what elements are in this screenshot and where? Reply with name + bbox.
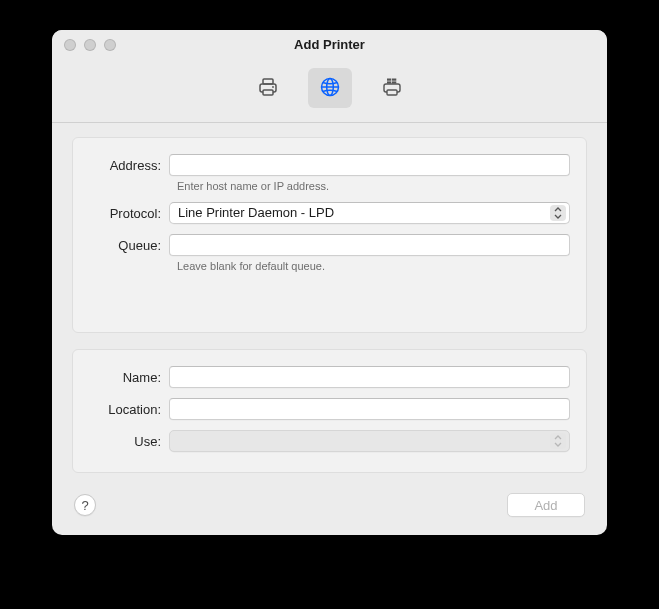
- details-panel: Name: Location: Use:: [72, 349, 587, 473]
- add-button: Add: [507, 493, 585, 517]
- window-controls: [64, 39, 116, 51]
- location-label: Location:: [89, 402, 169, 417]
- address-label: Address:: [89, 158, 169, 173]
- window-title: Add Printer: [52, 30, 607, 60]
- printer-icon: [256, 76, 280, 101]
- use-label: Use:: [89, 434, 169, 449]
- close-window-button[interactable]: [64, 39, 76, 51]
- connection-panel: Address: Enter host name or IP address. …: [72, 137, 587, 333]
- queue-label: Queue:: [89, 238, 169, 253]
- name-label: Name:: [89, 370, 169, 385]
- content: Address: Enter host name or IP address. …: [52, 123, 607, 535]
- tab-ip-printer[interactable]: [308, 68, 352, 108]
- address-input[interactable]: [169, 154, 570, 176]
- svg-point-3: [272, 86, 274, 88]
- svg-rect-8: [387, 90, 397, 95]
- titlebar: Add Printer: [52, 30, 607, 60]
- chevron-up-down-icon: [550, 205, 566, 221]
- help-icon: ?: [81, 498, 88, 513]
- globe-icon: [319, 76, 341, 101]
- toolbar: [52, 60, 607, 122]
- queue-input[interactable]: [169, 234, 570, 256]
- chevron-up-down-icon: [550, 433, 566, 449]
- address-hint: Enter host name or IP address.: [177, 180, 570, 192]
- svg-rect-11: [387, 81, 391, 83]
- svg-rect-1: [263, 79, 273, 84]
- tab-default-printer[interactable]: [246, 68, 290, 108]
- use-select: [169, 430, 570, 452]
- svg-rect-2: [263, 90, 273, 95]
- minimize-window-button[interactable]: [84, 39, 96, 51]
- svg-rect-9: [387, 78, 391, 80]
- windows-printer-icon: [380, 76, 404, 101]
- protocol-label: Protocol:: [89, 206, 169, 221]
- add-printer-window: Add Printer: [52, 30, 607, 535]
- footer: ? Add: [72, 489, 587, 517]
- tab-windows-printer[interactable]: [370, 68, 414, 108]
- queue-hint: Leave blank for default queue.: [177, 260, 570, 272]
- svg-rect-12: [392, 81, 396, 83]
- name-input: [169, 366, 570, 388]
- zoom-window-button[interactable]: [104, 39, 116, 51]
- svg-rect-10: [392, 78, 396, 80]
- protocol-select[interactable]: Line Printer Daemon - LPD: [169, 202, 570, 224]
- protocol-value: Line Printer Daemon - LPD: [178, 205, 334, 220]
- location-input: [169, 398, 570, 420]
- help-button[interactable]: ?: [74, 494, 96, 516]
